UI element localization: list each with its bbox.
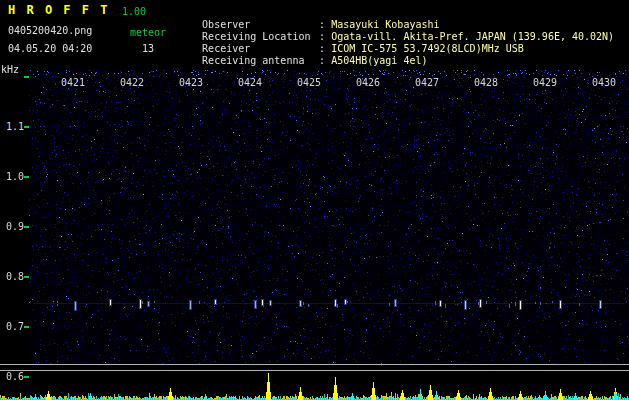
mode-label: meteor	[130, 27, 166, 39]
filename-label: 0405200420.png	[8, 25, 92, 37]
freq-tick	[24, 376, 29, 378]
freq-tick-label: 1.1	[1, 121, 24, 133]
freq-tick	[24, 326, 29, 328]
freq-tick	[24, 276, 29, 278]
echo-count-label: 13	[142, 43, 154, 55]
app-title: H R O F F T	[8, 4, 109, 16]
time-tick-label: 0424	[238, 77, 262, 89]
time-tick-label: 0423	[179, 77, 203, 89]
time-tick-label: 0429	[533, 77, 557, 89]
freq-tick-label: 1.0	[1, 171, 24, 183]
info-label: Receiving antenna	[202, 55, 319, 67]
freq-tick-label: 0.7	[1, 321, 24, 333]
time-tick-label: 0428	[474, 77, 498, 89]
time-tick-label: 0426	[356, 77, 380, 89]
time-tick-label: 0422	[120, 77, 144, 89]
app-version: 1.00	[122, 6, 146, 18]
time-tick-label: 0430	[592, 77, 616, 89]
separator-line	[0, 370, 629, 371]
freq-tick-label: 0.9	[1, 221, 24, 233]
info-separator: :	[319, 55, 331, 66]
freq-tick	[24, 226, 29, 228]
freq-tick	[24, 176, 29, 178]
hrofft-screen: H R O F F T 1.00 0405200420.png meteor 0…	[0, 0, 629, 400]
time-tick-label: 0421	[61, 77, 85, 89]
freq-tick	[24, 76, 29, 78]
freq-tick-label: 0.8	[1, 271, 24, 283]
datetime-label: 04.05.20 04:20	[8, 43, 92, 55]
time-tick-label: 0427	[415, 77, 439, 89]
info-value: A504HB(yagi 4el)	[331, 55, 427, 66]
spectrogram-canvas	[29, 70, 629, 364]
separator-line	[0, 364, 629, 365]
info-row-antenna: Receiving antenna: A504HB(yagi 4el)	[178, 43, 427, 79]
freq-tick-label: 0.6	[1, 371, 24, 383]
time-tick-label: 0425	[297, 77, 321, 89]
freq-tick	[24, 126, 29, 128]
signal-strip-canvas	[0, 371, 629, 400]
freq-unit-label: kHz	[1, 64, 19, 76]
